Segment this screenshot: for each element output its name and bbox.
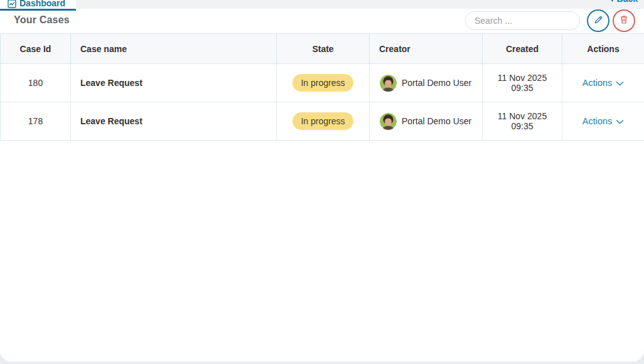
actions-dropdown[interactable]: Actions	[582, 78, 625, 88]
chevron-down-icon	[616, 78, 624, 88]
cell-case-id: 178	[1, 102, 71, 141]
status-badge: In progress	[292, 74, 353, 92]
table-row[interactable]: 178 Leave Request In progress	[1, 102, 644, 141]
toolbar-controls	[465, 9, 635, 32]
created-time: 09:35	[511, 83, 533, 93]
creator-name: Portal Demo User	[402, 78, 471, 88]
edit-button[interactable]	[587, 9, 609, 32]
search-input[interactable]	[465, 11, 580, 30]
tab-dashboard-label: Dashboard	[19, 0, 65, 8]
cell-case-name: Leave Request	[71, 64, 277, 102]
table-header-row: Case Id Case name State Creator Created …	[1, 34, 644, 64]
cell-creator: Portal Demo User	[370, 102, 483, 141]
page-title: Your Cases	[14, 14, 70, 26]
created-time: 09:35	[511, 121, 533, 131]
actions-label: Actions	[582, 116, 613, 126]
back-button[interactable]: Back	[609, 0, 638, 4]
created-date: 11 Nov 2025	[498, 73, 547, 83]
created-date: 11 Nov 2025	[498, 111, 547, 121]
cell-created: 11 Nov 2025 09:35	[483, 102, 562, 141]
cell-state: In progress	[277, 64, 370, 102]
header-case-id: Case Id	[1, 34, 71, 64]
actions-dropdown[interactable]: Actions	[582, 116, 625, 126]
cell-actions: Actions	[562, 102, 644, 141]
status-badge: In progress	[292, 112, 353, 130]
header-state: State	[277, 34, 370, 64]
cases-table: Case Id Case name State Creator Created …	[0, 33, 644, 141]
header-case-name: Case name	[71, 34, 277, 64]
cell-case-id: 180	[1, 64, 71, 102]
cell-case-name: Leave Request	[71, 102, 277, 141]
cell-state: In progress	[277, 102, 370, 141]
back-label: Back	[617, 0, 638, 4]
top-tab-bar: Dashboard Back	[0, 0, 644, 9]
cases-toolbar: Your Cases	[0, 9, 644, 33]
delete-button[interactable]	[613, 9, 635, 32]
header-actions: Actions	[562, 34, 644, 64]
line-chart-icon	[8, 0, 16, 11]
cell-created: 11 Nov 2025 09:35	[483, 64, 562, 102]
header-created: Created	[483, 34, 562, 64]
chevron-down-icon	[616, 116, 624, 126]
chevron-left-icon	[609, 0, 614, 4]
avatar	[380, 113, 397, 130]
header-creator: Creator	[370, 34, 483, 64]
creator-name: Portal Demo User	[402, 116, 471, 126]
avatar	[380, 75, 397, 92]
actions-label: Actions	[582, 78, 613, 88]
main-panel: Dashboard Back Your Cases	[0, 0, 644, 361]
trash-icon	[619, 14, 629, 28]
cell-creator: Portal Demo User	[370, 64, 483, 102]
cell-actions: Actions	[562, 64, 644, 102]
pencil-icon	[593, 14, 604, 28]
table-row[interactable]: 180 Leave Request In progress	[1, 64, 644, 102]
tab-dashboard[interactable]: Dashboard	[0, 0, 76, 11]
